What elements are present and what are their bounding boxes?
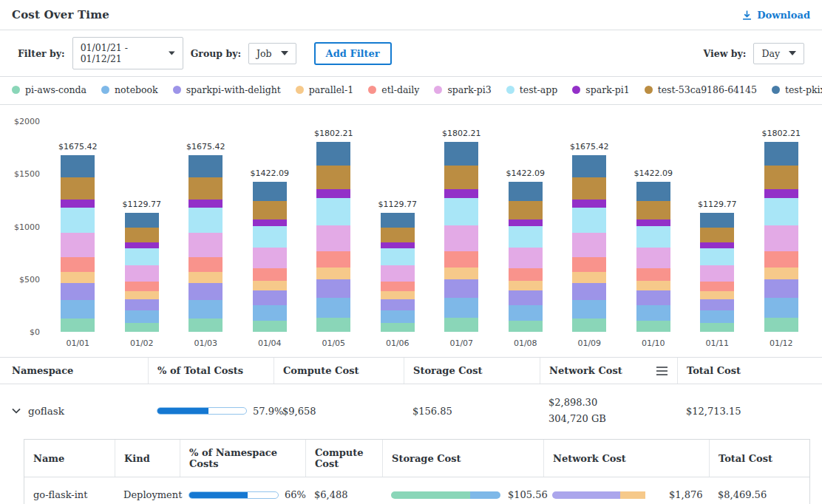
bar-segment-spark-pi1[interactable] <box>509 219 543 226</box>
bar-segment-etl-daily[interactable] <box>381 282 415 292</box>
bar-segment-parallel-1[interactable] <box>509 281 543 290</box>
stacked-bar-01/01[interactable] <box>61 155 95 332</box>
legend-item-parallel-1[interactable]: parallel-1 <box>296 84 353 95</box>
bar-segment-test-pkix[interactable] <box>253 182 287 200</box>
bar-segment-spark-pi1[interactable] <box>764 189 798 198</box>
stacked-bar-01/08[interactable] <box>509 182 543 332</box>
view-by-select[interactable]: Day <box>753 43 804 64</box>
bar-segment-etl-daily[interactable] <box>700 282 734 292</box>
bar-segment-test-app[interactable] <box>572 208 606 234</box>
bar-segment-spark-pi1[interactable] <box>253 219 287 226</box>
bar-segment-sparkpi-with-delight[interactable] <box>61 283 95 300</box>
stacked-bar-01/03[interactable] <box>188 155 223 332</box>
bar-segment-etl-daily[interactable] <box>316 251 350 268</box>
bar-segment-test-53ca9186-64145[interactable] <box>444 166 478 189</box>
legend-item-test-pkix[interactable]: test-pkix <box>772 84 822 95</box>
stacked-bar-01/12[interactable] <box>764 142 798 332</box>
bar-segment-test-app[interactable] <box>61 208 95 234</box>
bar-segment-test-53ca9186-64145[interactable] <box>61 177 95 200</box>
bar-segment-test-53ca9186-64145[interactable] <box>125 228 159 242</box>
bar-segment-notebook[interactable] <box>253 305 287 321</box>
bar-segment-pi-aws-conda[interactable] <box>509 321 543 332</box>
bar-segment-spark-pi1[interactable] <box>636 219 670 226</box>
add-filter-button[interactable]: Add Filter <box>314 42 392 65</box>
bar-segment-pi-aws-conda[interactable] <box>188 319 223 332</box>
bar-segment-spark-pi3[interactable] <box>700 265 734 282</box>
bar-segment-test-53ca9186-64145[interactable] <box>572 177 606 200</box>
bar-segment-notebook[interactable] <box>61 300 95 319</box>
bar-segment-pi-aws-conda[interactable] <box>125 323 159 332</box>
bar-segment-parallel-1[interactable] <box>764 268 798 280</box>
legend-item-sparkpi-with-delight[interactable]: sparkpi-with-delight <box>173 84 281 95</box>
bar-segment-spark-pi3[interactable] <box>381 265 415 282</box>
bar-segment-etl-daily[interactable] <box>125 282 159 292</box>
stacked-bar-01/07[interactable] <box>444 142 478 332</box>
bar-segment-sparkpi-with-delight[interactable] <box>636 290 670 304</box>
group-by-select[interactable]: Job <box>248 43 296 64</box>
bar-segment-notebook[interactable] <box>764 298 798 318</box>
bar-segment-notebook[interactable] <box>188 300 223 319</box>
chevron-down-icon[interactable] <box>12 408 21 414</box>
bar-segment-parallel-1[interactable] <box>253 281 287 290</box>
legend-item-test-app[interactable]: test-app <box>506 84 558 95</box>
bar-segment-etl-daily[interactable] <box>509 268 543 281</box>
stacked-bar-01/11[interactable] <box>700 213 734 332</box>
bar-segment-pi-aws-conda[interactable] <box>572 319 606 332</box>
bar-segment-test-pkix[interactable] <box>125 213 159 228</box>
bar-segment-test-53ca9186-64145[interactable] <box>764 166 798 189</box>
bar-segment-test-pkix[interactable] <box>188 155 223 177</box>
bar-segment-spark-pi1[interactable] <box>444 189 478 198</box>
stacked-bar-01/04[interactable] <box>253 182 287 332</box>
bar-segment-test-53ca9186-64145[interactable] <box>636 201 670 219</box>
bar-segment-test-pkix[interactable] <box>572 155 606 177</box>
bar-segment-sparkpi-with-delight[interactable] <box>572 283 606 300</box>
bar-segment-pi-aws-conda[interactable] <box>700 323 734 332</box>
bar-segment-etl-daily[interactable] <box>636 268 670 281</box>
bar-segment-test-53ca9186-64145[interactable] <box>316 166 350 189</box>
legend-item-etl-daily[interactable]: etl-daily <box>368 84 419 95</box>
bar-segment-test-app[interactable] <box>636 226 670 248</box>
bar-segment-notebook[interactable] <box>509 305 543 321</box>
bar-segment-spark-pi3[interactable] <box>316 225 350 251</box>
bar-segment-spark-pi1[interactable] <box>188 200 223 208</box>
bar-segment-test-app[interactable] <box>316 198 350 225</box>
bar-segment-spark-pi3[interactable] <box>636 248 670 268</box>
bar-segment-spark-pi1[interactable] <box>125 242 159 248</box>
bar-segment-sparkpi-with-delight[interactable] <box>316 279 350 297</box>
bar-segment-pi-aws-conda[interactable] <box>61 319 95 332</box>
bar-segment-etl-daily[interactable] <box>188 257 223 272</box>
bar-segment-pi-aws-conda[interactable] <box>444 318 478 332</box>
bar-segment-pi-aws-conda[interactable] <box>381 323 415 332</box>
bar-segment-spark-pi3[interactable] <box>188 233 223 256</box>
date-range-select[interactable]: 01/01/21 - 01/12/21 <box>72 37 183 69</box>
bar-segment-sparkpi-with-delight[interactable] <box>509 290 543 304</box>
bar-segment-pi-aws-conda[interactable] <box>316 318 350 332</box>
legend-item-spark-pi1[interactable]: spark-pi1 <box>572 84 629 95</box>
bar-segment-parallel-1[interactable] <box>125 291 159 299</box>
bar-segment-etl-daily[interactable] <box>61 257 95 272</box>
bar-segment-notebook[interactable] <box>125 310 159 323</box>
bar-segment-test-app[interactable] <box>509 226 543 248</box>
bar-segment-spark-pi3[interactable] <box>764 225 798 251</box>
bar-segment-test-app[interactable] <box>381 248 415 265</box>
bar-segment-etl-daily[interactable] <box>764 251 798 268</box>
bar-segment-test-app[interactable] <box>700 248 734 265</box>
bar-segment-sparkpi-with-delight[interactable] <box>188 283 223 300</box>
bar-segment-notebook[interactable] <box>636 305 670 321</box>
namespace-row[interactable]: goflask 57.9% $9,658 $156.85 $2,898.30 3… <box>0 384 822 437</box>
bar-segment-sparkpi-with-delight[interactable] <box>381 299 415 310</box>
bar-segment-test-pkix[interactable] <box>61 155 95 177</box>
bar-segment-test-pkix[interactable] <box>636 182 670 200</box>
bar-segment-spark-pi3[interactable] <box>125 265 159 282</box>
stacked-bar-01/06[interactable] <box>381 213 415 332</box>
bar-segment-parallel-1[interactable] <box>444 268 478 280</box>
bar-segment-test-pkix[interactable] <box>509 182 543 200</box>
legend-item-spark-pi3[interactable]: spark-pi3 <box>434 84 491 95</box>
stacked-bar-01/05[interactable] <box>316 142 350 332</box>
stacked-bar-01/09[interactable] <box>572 155 606 332</box>
bar-segment-sparkpi-with-delight[interactable] <box>253 290 287 304</box>
bar-segment-test-53ca9186-64145[interactable] <box>700 228 734 242</box>
bar-segment-notebook[interactable] <box>444 298 478 318</box>
bar-segment-parallel-1[interactable] <box>572 272 606 284</box>
bar-segment-pi-aws-conda[interactable] <box>253 321 287 332</box>
